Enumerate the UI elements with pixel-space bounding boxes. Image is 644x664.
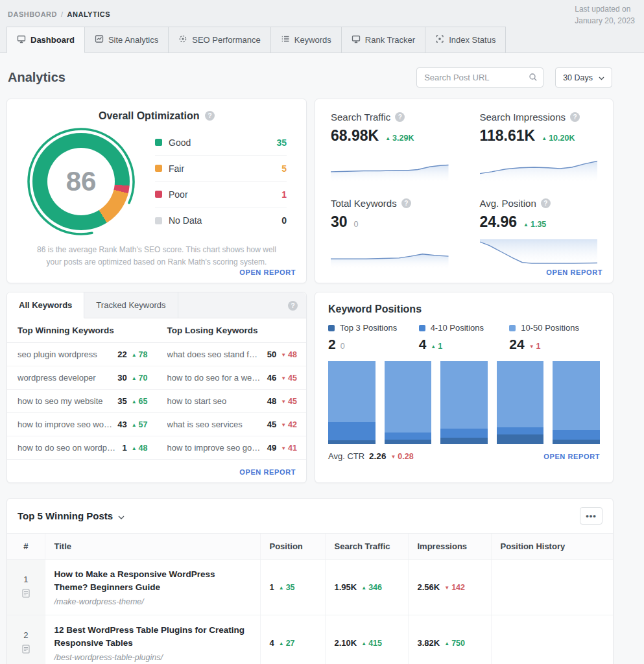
tab-rank-tracker[interactable]: Rank Tracker (341, 27, 425, 53)
trend-down-icon: 41 (281, 444, 297, 453)
tab-keywords[interactable]: Keywords (270, 27, 342, 53)
trend-up-icon: 78 (132, 350, 148, 359)
tab-all-keywords[interactable]: All Keywords (7, 292, 84, 318)
post-title-link[interactable]: 12 Best WordPress Table Plugins for Crea… (54, 624, 251, 649)
mid-swatch (419, 325, 425, 331)
position-bar (440, 361, 488, 444)
losing-keyword[interactable]: how to improve seo google 49 41 (157, 436, 307, 459)
help-icon[interactable]: ? (541, 198, 551, 208)
col-header-title: Title (45, 534, 260, 560)
open-report-link[interactable]: OPEN REPORT (543, 453, 600, 460)
ordered-list-icon (281, 34, 290, 45)
tab-site-analytics[interactable]: Site Analytics (84, 27, 169, 53)
position-bar (497, 361, 544, 444)
breadcrumb-current: ANALYTICS (67, 10, 110, 18)
trend-down-icon: 45 (281, 374, 297, 383)
winning-keyword[interactable]: wordpress developer 30 70 (7, 366, 157, 389)
legend-row-poor: Poor 1 (155, 182, 287, 208)
help-icon[interactable]: ? (288, 301, 298, 311)
help-icon[interactable]: ? (401, 198, 411, 208)
date-range-select[interactable]: 30 Days (555, 67, 612, 88)
light-swatch (509, 325, 516, 331)
position-bar (553, 361, 600, 444)
winning-keyword[interactable]: how to do seo on wordpress 1 48 (7, 436, 157, 459)
trend-up-icon: 3.29K (385, 134, 414, 143)
avg-position-tile: Avg. Position? 24.96 1.35 (464, 185, 614, 272)
top3-swatch (328, 325, 335, 331)
keywords-row: seo plugin wordpress 22 78 what does seo… (7, 343, 306, 366)
keyword-positions-card: Keyword Positions Top 3 Positions 20 4-1… (315, 292, 614, 483)
posts-title-dropdown[interactable]: Top 5 Winning Posts (18, 510, 125, 521)
open-report-link[interactable]: OPEN REPORT (239, 268, 296, 276)
help-icon[interactable]: ? (395, 112, 405, 122)
trend-flat-value: 0 (354, 220, 359, 229)
main-tabs: Dashboard Site Analytics SEO Performance… (0, 27, 644, 53)
open-report-link[interactable]: OPEN REPORT (546, 268, 602, 276)
losing-keyword[interactable]: what is seo services 45 42 (157, 413, 307, 436)
nodata-swatch (155, 217, 162, 224)
total-keywords-sparkline (331, 239, 449, 268)
tab-dashboard[interactable]: Dashboard (6, 27, 85, 53)
trend-up-icon: 750 (444, 639, 465, 648)
post-url: /make-wordpress-theme/ (54, 597, 251, 606)
monitor-icon (17, 34, 26, 45)
trend-down-icon: 1 (529, 342, 541, 351)
keywords-row: how to do seo on wordpress 1 48 how to i… (7, 436, 306, 460)
losing-keyword[interactable]: what does seo stand for in... 50 48 (157, 343, 307, 366)
trend-flat-value: 0 (340, 342, 345, 351)
trend-up-icon: 65 (132, 397, 148, 406)
search-icon (529, 73, 538, 84)
document-icon[interactable] (22, 590, 30, 600)
search-input[interactable] (416, 67, 543, 88)
trend-up-icon: 48 (132, 444, 148, 453)
legend-row-fair: Fair 5 (155, 156, 287, 182)
chevron-down-icon (118, 510, 125, 521)
document-icon[interactable] (22, 646, 30, 656)
card-title: Overall Optimization ? (7, 110, 306, 122)
score-description: 86 is the average Rank Math's SEO score.… (37, 244, 276, 268)
positions-legend: Top 3 Positions 20 4-10 Positions 41 10-… (315, 323, 613, 352)
col-header-traffic: Search Traffic (325, 534, 408, 560)
winning-keyword[interactable]: seo plugin wordpress 22 78 (7, 343, 157, 366)
position-bar (328, 361, 376, 444)
trend-up-icon: 35 (279, 583, 295, 592)
legend-top3: Top 3 Positions 20 (328, 323, 419, 352)
page-header: DASHBOARD/ANALYTICS Last updated on Janu… (0, 0, 644, 53)
table-row: 2 12 Best WordPress Table Plugins for Cr… (7, 615, 613, 664)
winning-keyword[interactable]: how to improve seo wordp... 43 57 (7, 413, 157, 436)
trend-up-icon: 27 (279, 639, 295, 648)
optimization-donut-chart: 86 (27, 127, 136, 236)
avg-ctr: Avg. CTR 2.26 0.28 (328, 451, 414, 461)
total-keywords-tile: Total Keywords? 30 0 (315, 185, 464, 272)
monitor-icon (352, 34, 361, 45)
legend-row-nodata: No Data 0 (155, 208, 287, 233)
tab-index-status[interactable]: Index Status (425, 27, 506, 53)
tab-seo-performance[interactable]: SEO Performance (168, 27, 271, 53)
breadcrumb-root[interactable]: DASHBOARD (8, 10, 57, 18)
tab-tracked-keywords[interactable]: Tracked Keywords (84, 292, 178, 318)
trend-up-icon: 346 (361, 583, 382, 592)
trend-down-icon: 142 (444, 583, 465, 592)
col-header-history: Position History (491, 534, 613, 560)
avg-position-sparkline (480, 239, 598, 268)
trend-up-icon: 415 (361, 639, 382, 648)
trend-up-icon: 70 (132, 374, 148, 383)
help-icon[interactable]: ? (205, 111, 215, 121)
open-report-link[interactable]: OPEN REPORT (239, 468, 296, 476)
target-icon (178, 34, 187, 45)
legend-row-good: Good 35 (155, 130, 287, 156)
losing-keyword[interactable]: how to start seo 48 45 (157, 390, 307, 412)
winning-keyword[interactable]: how to seo my website 35 65 (7, 390, 157, 412)
losing-keyword[interactable]: how to do seo for a website 46 45 (157, 366, 307, 389)
chart-icon (95, 34, 104, 45)
legend-4-10: 4-10 Positions 41 (419, 323, 510, 352)
col-header-num: # (7, 534, 45, 560)
post-title-link[interactable]: How to Make a Responsive WordPress Theme… (54, 568, 251, 593)
page-title: Analytics (8, 70, 416, 85)
overall-optimization-card: Overall Optimization ? 86 Good (6, 99, 307, 283)
more-options-button[interactable]: ••• (580, 507, 602, 525)
help-icon[interactable]: ? (570, 112, 580, 122)
trend-up-icon: 1 (431, 342, 442, 351)
keywords-card: All Keywords Tracked Keywords ? Top Winn… (6, 292, 307, 483)
top-posts-table: # Title Position Search Traffic Impressi… (7, 534, 613, 664)
